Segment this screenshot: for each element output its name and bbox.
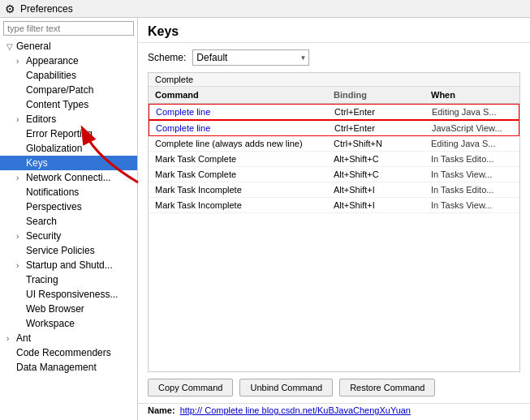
sidebar-item-keys[interactable]: Keys [0,156,137,170]
sidebar-item-label: Content Types [26,99,88,110]
sidebar-item-label: Keys [26,157,48,169]
cell-when: In Tasks View... [424,198,519,212]
content-area: Keys Scheme: Default Emacs Microsoft Vis… [138,18,530,420]
sidebar-item-label: Perspectives [26,201,82,212]
cell-when: In Tasks Edito... [424,182,519,197]
sidebar-item-label: Appearance [26,55,79,66]
sidebar-item-startup-shutdown[interactable]: › Startup and Shutd... [0,258,137,272]
keys-table: Complete Command Binding When Complete l… [148,72,520,372]
cell-when: Editing Java S... [425,105,519,119]
table-row[interactable]: Complete line (always adds new line) Ctr… [149,136,519,152]
cell-command: Complete line (always adds new line) [149,136,327,151]
sidebar-item-label: Security [26,230,61,242]
sidebar-item-label: Service Policies [26,245,95,256]
table-header: Command Binding When [149,87,519,104]
header-command: Command [149,88,327,101]
sidebar-item-security[interactable]: › Security [0,229,137,243]
sidebar-item-editors[interactable]: › Editors [0,112,137,126]
scheme-select-wrapper[interactable]: Default Emacs Microsoft Visual Studio [192,49,309,66]
expand-arrow: › [6,334,15,343]
table-row[interactable]: Mark Task Complete Alt+Shift+C In Tasks … [149,167,519,182]
scheme-label: Scheme: [148,52,186,63]
sidebar-item-appearance[interactable]: › Appearance [0,54,137,68]
title-bar: ⚙ Preferences [0,0,530,18]
table-section-header: Complete [149,73,519,87]
content-title: Keys [138,18,530,43]
sidebar-item-label: Tracing [26,274,58,285]
sidebar-item-label: Ant [16,332,31,344]
sidebar-item-label: Startup and Shutd... [26,259,113,271]
name-value: http:// Complete line blog.csdn.net/KuBJ… [180,405,411,415]
preferences-icon: ⚙ [5,2,15,15]
sidebar-item-error-reporting[interactable]: Error Reporting [0,126,137,141]
sidebar-item-label: Data Management [16,362,97,373]
cell-binding: Alt+Shift+I [327,182,424,197]
sidebar-item-web-browser[interactable]: Web Browser [0,302,137,316]
sidebar-item-network-connections[interactable]: › Network Connecti... [0,170,137,185]
sidebar-item-ant[interactable]: › Ant [0,331,137,345]
sidebar-item-label: Globalization [26,143,82,154]
expand-arrow: › [16,115,24,124]
name-label: Name: [148,405,175,415]
cell-binding: Alt+Shift+C [327,167,424,182]
cell-when: JavaScript View... [425,121,519,135]
name-row: Name: http:// Complete line blog.csdn.ne… [138,403,530,420]
cell-command: Mark Task Incomplete [149,182,327,197]
main-container: ▽ General › Appearance Capabilities Comp… [0,18,530,420]
cell-binding: Alt+Shift+C [327,152,424,166]
sidebar-item-notifications[interactable]: Notifications [0,185,137,199]
sidebar-item-globalization[interactable]: Globalization [0,141,137,156]
sidebar-item-workspace[interactable]: Workspace [0,316,137,331]
unbind-command-button[interactable]: Unbind Command [239,379,333,396]
cell-command: Mark Task Complete [149,152,327,166]
filter-input[interactable] [3,21,134,36]
sidebar-item-label: Editors [26,114,56,125]
sidebar-item-code-recommenders[interactable]: Code Recommenders [0,345,137,360]
scheme-row: Scheme: Default Emacs Microsoft Visual S… [138,43,530,72]
title-bar-text: Preferences [20,3,73,15]
header-when: When [424,88,519,101]
sidebar-item-label: UI Responsiveness... [26,289,118,300]
table-row[interactable]: Mark Task Incomplete Alt+Shift+I In Task… [149,182,519,198]
sidebar-item-label: Notifications [26,186,79,198]
cell-command: Complete line [149,105,328,119]
buttons-row: Copy Command Unbind Command Restore Comm… [138,372,530,403]
sidebar-item-label: Web Browser [26,303,84,315]
table-row[interactable]: Complete line Ctrl+Enter Editing Java S.… [149,104,519,120]
table-row[interactable]: Mark Task Incomplete Alt+Shift+I In Task… [149,198,519,213]
sidebar-item-label: Compare/Patch [26,84,93,96]
cell-when: Editing Java S... [424,136,519,151]
cell-binding: Alt+Shift+I [327,198,424,212]
table-row[interactable]: Mark Task Complete Alt+Shift+C In Tasks … [149,152,519,167]
sidebar-item-label: General [16,41,51,52]
sidebar: ▽ General › Appearance Capabilities Comp… [0,18,138,420]
sidebar-item-compare-patch[interactable]: Compare/Patch [0,83,137,97]
cell-command: Mark Task Complete [149,167,327,182]
cell-when: In Tasks Edito... [424,152,519,166]
sidebar-item-label: Search [26,216,57,227]
restore-command-button[interactable]: Restore Command [339,379,435,396]
sidebar-item-general[interactable]: ▽ General [0,39,137,54]
sidebar-item-perspectives[interactable]: Perspectives [0,199,137,214]
cell-binding: Ctrl+Enter [328,121,425,135]
scheme-select[interactable]: Default Emacs Microsoft Visual Studio [192,49,309,66]
table-body: Complete line Ctrl+Enter Editing Java S.… [149,104,519,371]
sidebar-item-capabilities[interactable]: Capabilities [0,68,137,83]
sidebar-item-tracing[interactable]: Tracing [0,272,137,287]
cell-binding: Ctrl+Enter [328,105,425,119]
sidebar-item-search[interactable]: Search [0,214,137,229]
sidebar-item-content-types[interactable]: Content Types [0,97,137,112]
expand-arrow: ▽ [6,42,15,51]
sidebar-item-label: Code Recommenders [16,347,111,358]
expand-arrow: › [16,57,24,66]
tree-container: ▽ General › Appearance Capabilities Comp… [0,39,137,420]
sidebar-item-label: Network Connecti... [26,172,111,183]
cell-when: In Tasks View... [424,167,519,182]
sidebar-item-service-policies[interactable]: Service Policies [0,243,137,258]
sidebar-item-label: Error Reporting [26,128,93,139]
copy-command-button[interactable]: Copy Command [148,379,233,396]
table-row[interactable]: Complete line Ctrl+Enter JavaScript View… [149,120,519,136]
sidebar-item-data-management[interactable]: Data Management [0,360,137,375]
sidebar-item-ui-responsiveness[interactable]: UI Responsiveness... [0,287,137,302]
cell-command: Mark Task Incomplete [149,198,327,212]
